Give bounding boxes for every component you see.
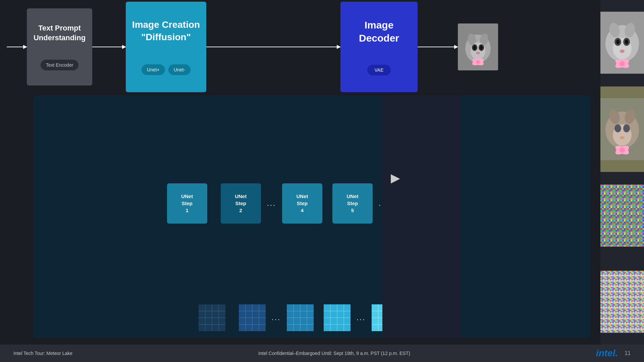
unet-step-5: UNet Step 5 bbox=[332, 183, 373, 224]
svg-point-7 bbox=[473, 46, 476, 50]
text-prompt-box: Text Prompt Understanding Text Encoder bbox=[27, 8, 92, 85]
diffusion-section: UNet Step 1 UNet Step 2 ... UNet Step 4 … bbox=[34, 96, 590, 338]
right-cat-very-noisy bbox=[600, 259, 644, 345]
right-image-3 bbox=[600, 173, 644, 258]
right-cat-noisy bbox=[600, 173, 644, 258]
svg-point-9 bbox=[476, 52, 480, 54]
decoder-bottom-area bbox=[382, 96, 461, 338]
text-prompt-title: Text Prompt Understanding bbox=[32, 23, 87, 43]
svg-point-60 bbox=[620, 61, 625, 66]
svg-point-55 bbox=[616, 40, 620, 44]
footer: Intel Tech Tour: Meteor Lake Intel Confi… bbox=[0, 345, 644, 362]
image-decoder-box: Image Decoder VAE bbox=[340, 2, 418, 92]
right-images-panel bbox=[600, 0, 644, 345]
cat-image-svg bbox=[458, 23, 498, 70]
play-arrow-decoder: ▶ bbox=[391, 171, 400, 185]
intel-logo: intel. bbox=[596, 348, 618, 359]
grid-images-row: ... ... bbox=[44, 304, 580, 331]
text-encoder-badge: Text Encoder bbox=[41, 60, 79, 70]
arrow-line-3 bbox=[206, 47, 340, 47]
slide-number: 11 bbox=[625, 350, 631, 356]
unet-badges: Unet+ Unet- bbox=[142, 64, 191, 75]
svg-point-71 bbox=[620, 147, 625, 153]
unet-plus-badge: Unet+ bbox=[142, 64, 165, 75]
unet-steps-row: UNet Step 1 UNet Step 2 ... UNet Step 4 … bbox=[44, 106, 580, 301]
unet-minus-badge: Unet- bbox=[168, 64, 191, 75]
svg-point-57 bbox=[620, 50, 625, 53]
svg-point-68 bbox=[620, 136, 625, 139]
dots-1: ... bbox=[261, 199, 282, 208]
footer-center-text: Intel Confidential–Embargoed Until: Sept… bbox=[258, 351, 410, 356]
arrow-line bbox=[7, 47, 27, 47]
svg-point-4 bbox=[471, 42, 485, 60]
top-flow: Text Prompt Understanding Text Encoder I… bbox=[0, 0, 644, 94]
arrow-to-creation bbox=[92, 47, 126, 47]
right-cat-clear bbox=[600, 0, 644, 85]
start-arrow bbox=[7, 47, 27, 47]
svg-point-8 bbox=[480, 46, 483, 50]
grid-dots-1: ... bbox=[266, 313, 287, 322]
arrow-line-2 bbox=[92, 47, 126, 47]
right-image-1 bbox=[600, 0, 644, 85]
grid-image-4 bbox=[287, 304, 314, 331]
image-creation-box: Image Creation "Diffusion" Unet+ Unet- bbox=[126, 2, 206, 92]
arrow-to-final bbox=[418, 47, 458, 47]
unet-step-4: UNet Step 4 bbox=[282, 183, 322, 224]
svg-point-66 bbox=[614, 124, 621, 132]
unet-step-2: UNet Step 2 bbox=[221, 183, 261, 224]
svg-rect-131 bbox=[600, 271, 644, 333]
unet-step-1: UNet Step 1 bbox=[167, 183, 207, 224]
image-decoder-title: Image Decoder bbox=[345, 18, 413, 45]
grid-image-2 bbox=[239, 304, 266, 331]
arrow-line-4 bbox=[418, 47, 458, 47]
svg-point-12 bbox=[476, 60, 480, 64]
vae-badge: VAE bbox=[367, 65, 391, 75]
arrow-to-decoder bbox=[206, 47, 340, 47]
svg-point-67 bbox=[623, 124, 630, 132]
svg-rect-114 bbox=[600, 184, 644, 246]
right-image-2 bbox=[600, 86, 644, 172]
right-image-4 bbox=[600, 259, 644, 345]
final-output-image bbox=[458, 23, 498, 70]
footer-left-text: Intel Tech Tour: Meteor Lake bbox=[13, 351, 72, 356]
image-creation-title: Image Creation "Diffusion" bbox=[131, 19, 201, 43]
svg-point-56 bbox=[625, 40, 628, 44]
grid-image-1 bbox=[199, 304, 225, 331]
footer-right: intel. 11 bbox=[596, 348, 631, 359]
grid-image-5 bbox=[324, 304, 351, 331]
right-cat-medium bbox=[600, 86, 644, 172]
grid-dots-2: ... bbox=[351, 313, 372, 322]
